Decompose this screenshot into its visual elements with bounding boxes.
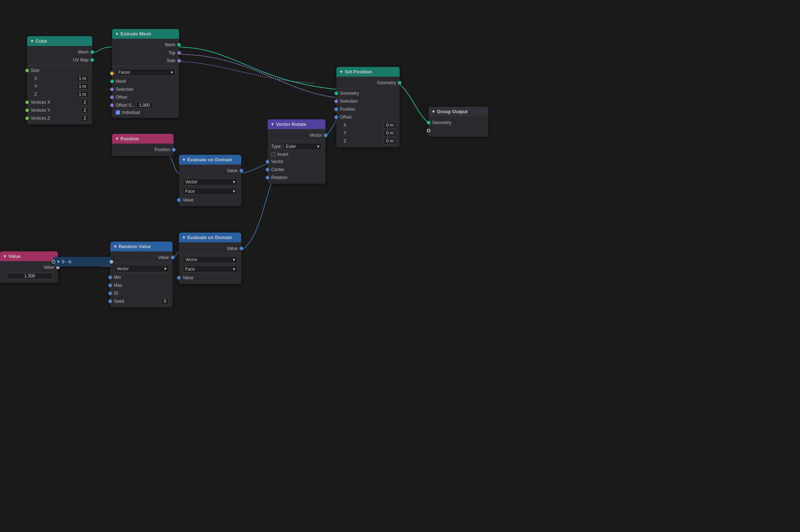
random-value-output: Value [110, 254, 173, 261]
extrude-selection-socket [110, 87, 114, 92]
eval2-value-input: Value [179, 274, 241, 282]
evaluate-domain-2-node: ▾ Evaluate on Domain Value Vector ▾ Face… [179, 233, 241, 284]
cube-vx-socket [25, 101, 29, 104]
set-position-position-socket [334, 107, 339, 112]
set-position-geo-out-socket [398, 81, 401, 85]
random-value-seed-socket [108, 299, 112, 304]
cube-y-row: Y 1 m [27, 82, 92, 90]
group-output-geo-socket [427, 121, 430, 124]
set-position-position-input: Position [336, 105, 400, 113]
eval1-vector-select[interactable]: Vector ▾ [183, 178, 238, 186]
eval1-title: Evaluate on Domain [187, 157, 232, 162]
extrude-arrow: ▾ [116, 31, 118, 37]
cube-mesh-output: Mesh [27, 48, 92, 56]
group-output-geo-input: Geometry [429, 119, 488, 127]
extrude-mesh-node: ▾ Extrude Mesh Mesh Top Side Faces ▾ Mes… [112, 29, 179, 118]
extrude-mesh-out-socket [177, 43, 181, 47]
group-output-title: Group Output [437, 109, 468, 114]
random-value-select-row: Vector ▾ [110, 264, 173, 273]
group-output-arrow: ▾ [432, 109, 435, 114]
eval2-value-in-socket [176, 276, 181, 280]
extrude-mesh-in-socket [110, 80, 114, 83]
math-in-socket [52, 260, 55, 264]
cube-node: ▾ Cube Mesh UV Map Size: X 1 m Y 1 m Z 1… [27, 36, 92, 124]
vector-rotate-vector-socket [265, 159, 270, 164]
vector-rotate-out-socket [323, 133, 328, 138]
position-node: ▾ Position Position [112, 134, 174, 156]
cube-arrow: ▾ [31, 38, 33, 44]
value-node-arrow: ▾ [4, 254, 6, 259]
cube-header: ▾ Cube [27, 36, 92, 46]
vector-rotate-arrow: ▾ [271, 122, 274, 127]
eval1-vector-select-row: Vector ▾ [179, 177, 241, 187]
set-position-title: Set Position [345, 69, 372, 75]
set-position-ox-row: X 0 m [336, 121, 400, 129]
vector-rotate-title: Vector Rotate [276, 122, 306, 127]
cube-vx-row: Vertices X 2 [27, 98, 92, 106]
set-position-oz-row: Z 0 m [336, 137, 400, 145]
random-value-arrow: ▾ [114, 244, 116, 249]
eval2-arrow: ▾ [183, 235, 185, 240]
group-output-node: ▾ Group Output Geometry [429, 107, 488, 137]
extrude-side-output: Side [112, 57, 179, 65]
random-value-node: ▾ Random Value Value Vector ▾ Min Max ID [110, 242, 173, 307]
extrude-offset-socket [110, 95, 114, 100]
set-position-geo-input: Geometry [336, 89, 400, 97]
cube-title: Cube [35, 38, 47, 44]
set-position-oy-row: Y 0 m [336, 129, 400, 137]
value-node-title: Value [8, 254, 21, 259]
cube-size-label: Size: [27, 67, 92, 75]
set-position-offset-label: Offset: [336, 113, 400, 121]
eval1-value-out-socket [239, 169, 244, 173]
eval2-face-select[interactable]: Face ▾ [183, 265, 238, 273]
extrude-individual-checkbox[interactable] [116, 110, 120, 115]
extrude-faces-select[interactable]: Faces ▾ [116, 69, 175, 76]
eval2-value-output: Value [179, 244, 241, 252]
random-value-type-select[interactable]: Vector ▾ [114, 265, 169, 272]
set-position-selection-socket [334, 99, 339, 104]
cube-vz-row: Vertices Z 2 [27, 114, 92, 122]
eval2-face-select-row: Face ▾ [179, 264, 241, 274]
cube-vz-socket [25, 116, 29, 120]
vector-rotate-type-row: Type: Euler ▾ [268, 142, 325, 151]
set-position-header: ▾ Set Position [336, 67, 400, 77]
position-out-socket [171, 148, 176, 152]
math-arrow: ▾ [57, 259, 60, 264]
evaluate-domain-1-node: ▾ Evaluate on Domain Value Vector ▾ Face… [179, 155, 241, 206]
vector-rotate-output: Vector [268, 131, 325, 139]
position-arrow: ▾ [116, 136, 118, 141]
position-title: Position [120, 136, 139, 141]
random-value-id-input: ID [110, 289, 173, 297]
vector-rotate-rotation-socket [265, 175, 270, 180]
eval1-value-output: Value [179, 167, 241, 175]
extrude-title: Extrude Mesh [120, 31, 151, 37]
position-header: ▾ Position [112, 134, 174, 144]
random-value-seed-row: Seed 0 [110, 297, 173, 305]
extrude-individual-row: Individual [112, 109, 179, 116]
eval2-vector-select[interactable]: Vector ▾ [183, 256, 238, 263]
value-node: ▾ Value Value 1.300 [0, 251, 58, 283]
cube-mesh-socket [90, 50, 94, 54]
vector-rotate-invert-checkbox[interactable] [271, 152, 276, 157]
group-output-empty-socket [427, 129, 430, 132]
eval2-vector-select-row: Vector ▾ [179, 255, 241, 264]
set-position-offset-socket [334, 115, 339, 120]
extrude-selection-input: Selection [112, 85, 179, 93]
group-output-header: ▾ Group Output [429, 107, 488, 116]
eval1-face-select[interactable]: Face ▾ [183, 188, 238, 195]
random-value-max-socket [108, 283, 112, 288]
math-out-socket [110, 260, 113, 264]
eval1-arrow: ▾ [183, 157, 185, 162]
math-title: 0 - b [62, 259, 72, 264]
vector-rotate-rotation-input: Rotation [268, 174, 325, 182]
extrude-mesh-header: ▾ Extrude Mesh [112, 29, 179, 39]
random-value-min-socket [108, 275, 112, 280]
position-output: Position [112, 146, 174, 154]
vector-rotate-node: ▾ Vector Rotate Vector Type: Euler ▾ Inv… [268, 119, 325, 184]
vector-rotate-center-input: Center [268, 166, 325, 174]
eval1-value-in-socket [176, 198, 181, 203]
vector-rotate-type-select[interactable]: Euler ▾ [283, 143, 322, 150]
extrude-offset-scale-socket [110, 103, 114, 108]
cube-vy-socket [25, 108, 29, 112]
extrude-offset-scale-row: Offset S... 1.000 [112, 101, 179, 109]
